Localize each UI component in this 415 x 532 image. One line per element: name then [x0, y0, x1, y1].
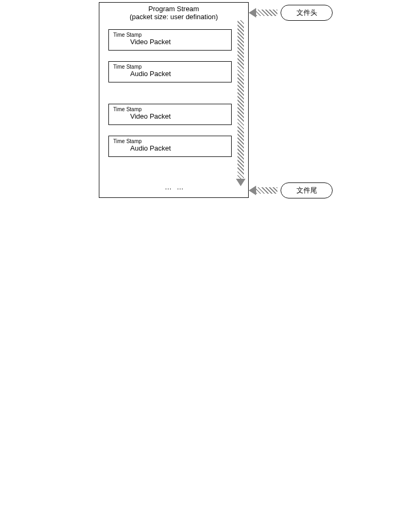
file-header-callout: 文件头 — [281, 5, 333, 21]
footer-arrow-body — [256, 187, 277, 194]
time-stamp-label: Time Stamp — [113, 106, 227, 112]
time-stamp-label: Time Stamp — [113, 32, 227, 38]
packet-label: Video Packet — [113, 112, 227, 120]
packet-box-audio1: Time Stamp Audio Packet — [108, 61, 232, 82]
file-footer-label: 文件尾 — [297, 186, 317, 195]
packet-box-audio2: Time Stamp Audio Packet — [108, 136, 232, 157]
time-stamp-label: Time Stamp — [113, 64, 227, 70]
header-arrow-head — [249, 8, 256, 18]
file-header-label: 文件头 — [297, 8, 317, 18]
file-footer-callout: 文件尾 — [281, 182, 333, 198]
vertical-flow-arrow-body — [238, 20, 244, 180]
time-stamp-label: Time Stamp — [113, 138, 227, 144]
packet-box-video1: Time Stamp Video Packet — [108, 29, 232, 51]
program-stream-section: Program Stream (packet size: user defina… — [0, 0, 415, 205]
title-line2: (packet size: user defination) — [99, 13, 248, 21]
header-arrow-body — [256, 10, 277, 16]
packet-ellipsis: … … — [165, 183, 185, 191]
vertical-flow-arrow-head — [236, 179, 245, 186]
packet-label: Video Packet — [113, 38, 227, 46]
packet-label: Audio Packet — [113, 144, 227, 152]
footer-arrow-head — [249, 186, 256, 195]
title-line1: Program Stream — [99, 5, 248, 13]
packet-box-video2: Time Stamp Video Packet — [108, 104, 232, 125]
packet-label: Audio Packet — [113, 70, 227, 78]
program-stream-title: Program Stream (packet size: user defina… — [99, 3, 248, 22]
